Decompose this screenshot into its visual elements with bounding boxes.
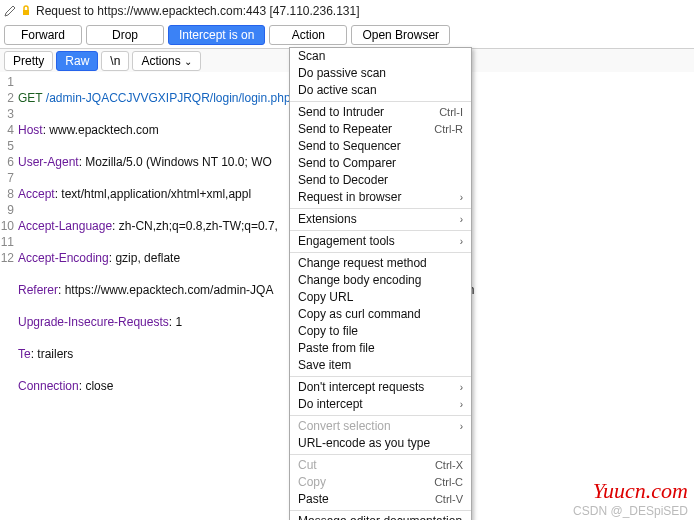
menu-paste[interactable]: PasteCtrl-V <box>290 491 471 508</box>
svg-rect-0 <box>23 10 29 15</box>
submenu-arrow-icon: › <box>460 396 463 413</box>
menu-send-intruder[interactable]: Send to IntruderCtrl-I <box>290 104 471 121</box>
menu-send-sequencer[interactable]: Send to Sequencer <box>290 138 471 155</box>
menu-save-item[interactable]: Save item <box>290 357 471 374</box>
pencil-icon <box>4 5 16 17</box>
menu-copy-curl[interactable]: Copy as curl command <box>290 306 471 323</box>
menu-copy-url[interactable]: Copy URL <box>290 289 471 306</box>
menu-dont-intercept[interactable]: Don't intercept requests› <box>290 379 471 396</box>
context-menu: Scan Do passive scan Do active scan Send… <box>289 47 472 520</box>
submenu-arrow-icon: › <box>460 233 463 250</box>
menu-extensions[interactable]: Extensions› <box>290 211 471 228</box>
menu-engagement-tools[interactable]: Engagement tools› <box>290 233 471 250</box>
main-toolbar: Forward Drop Intercept is on Action Open… <box>0 22 694 48</box>
actions-dropdown[interactable]: Actions⌄ <box>132 51 200 71</box>
window-title: Request to https://www.epacktech.com:443… <box>36 4 360 18</box>
submenu-arrow-icon: › <box>460 211 463 228</box>
raw-tab[interactable]: Raw <box>56 51 98 71</box>
intercept-toggle[interactable]: Intercept is on <box>168 25 265 45</box>
menu-separator <box>290 454 471 455</box>
menu-send-decoder[interactable]: Send to Decoder <box>290 172 471 189</box>
chevron-down-icon: ⌄ <box>184 56 192 67</box>
menu-separator <box>290 101 471 102</box>
menu-request-browser[interactable]: Request in browser› <box>290 189 471 206</box>
menu-change-body[interactable]: Change body encoding <box>290 272 471 289</box>
menu-do-passive-scan[interactable]: Do passive scan <box>290 65 471 82</box>
open-browser-button[interactable]: Open Browser <box>351 25 450 45</box>
menu-send-repeater[interactable]: Send to RepeaterCtrl-R <box>290 121 471 138</box>
menu-separator <box>290 376 471 377</box>
submenu-arrow-icon: › <box>460 418 463 435</box>
menu-do-intercept[interactable]: Do intercept› <box>290 396 471 413</box>
lock-icon <box>20 5 32 17</box>
forward-button[interactable]: Forward <box>4 25 82 45</box>
menu-separator <box>290 208 471 209</box>
menu-msg-editor-docs[interactable]: Message editor documentation <box>290 513 471 520</box>
menu-separator <box>290 252 471 253</box>
menu-do-active-scan[interactable]: Do active scan <box>290 82 471 99</box>
line-gutter: 123456789101112 <box>0 74 18 426</box>
menu-url-encode[interactable]: URL-encode as you type <box>290 435 471 452</box>
drop-button[interactable]: Drop <box>86 25 164 45</box>
menu-convert-selection: Convert selection› <box>290 418 471 435</box>
menu-change-method[interactable]: Change request method <box>290 255 471 272</box>
menu-send-comparer[interactable]: Send to Comparer <box>290 155 471 172</box>
menu-copy-file[interactable]: Copy to file <box>290 323 471 340</box>
action-button[interactable]: Action <box>269 25 347 45</box>
newline-toggle[interactable]: \n <box>101 51 129 71</box>
menu-scan[interactable]: Scan <box>290 48 471 65</box>
submenu-arrow-icon: › <box>460 379 463 396</box>
watermark: Yuucn.com <box>593 478 688 504</box>
csdn-watermark: CSDN @_DESpiSED <box>573 504 688 518</box>
menu-cut: CutCtrl-X <box>290 457 471 474</box>
submenu-arrow-icon: › <box>460 189 463 206</box>
menu-separator <box>290 510 471 511</box>
title-bar: Request to https://www.epacktech.com:443… <box>0 0 694 22</box>
menu-separator <box>290 415 471 416</box>
menu-paste-file[interactable]: Paste from file <box>290 340 471 357</box>
menu-separator <box>290 230 471 231</box>
pretty-tab[interactable]: Pretty <box>4 51 53 71</box>
menu-copy: CopyCtrl-C <box>290 474 471 491</box>
